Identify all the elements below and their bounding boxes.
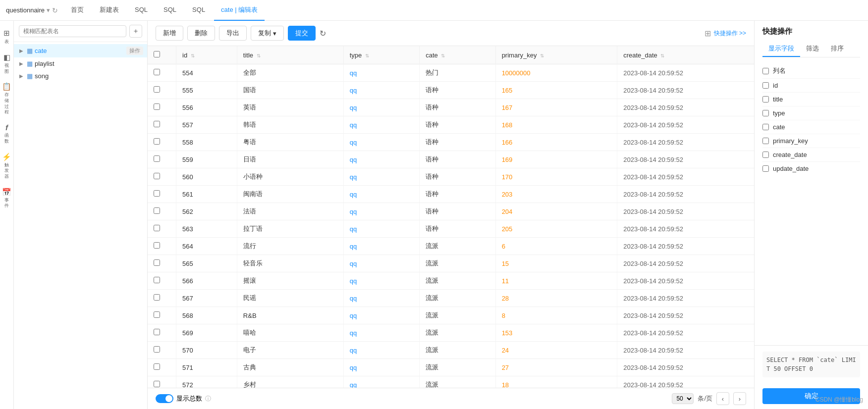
cell-type: qq [343,116,419,134]
cell-id: 556 [176,99,237,116]
row-checkbox[interactable] [154,259,160,266]
tab-show-fields[interactable]: 显示字段 [762,41,800,57]
cell-title: 韩语 [237,116,343,134]
field-checkbox-create_date[interactable] [762,152,769,158]
copy-button[interactable]: 复制 ▾ [251,26,284,41]
cell-cate: 语种 [420,151,495,168]
nav-item-procedure[interactable]: 📋 存储过程 [0,78,14,119]
tree-action-cate[interactable]: 操作 [126,47,143,55]
row-checkbox[interactable] [154,311,160,318]
export-button[interactable]: 导出 [219,26,247,41]
field-checkbox-col_name[interactable] [762,68,769,74]
row-checkbox[interactable] [154,86,160,93]
row-checkbox[interactable] [154,138,160,145]
add-table-button[interactable]: ＋ [129,25,142,38]
tab-sql-2[interactable]: SQL [157,0,183,21]
info-icon[interactable]: ⓘ [205,395,211,403]
next-page-button[interactable]: › [733,392,746,405]
field-item: id [762,79,860,93]
search-input[interactable] [19,25,126,37]
th-create-date[interactable]: create_date ⇅ [617,46,754,64]
rows-per-page-select[interactable]: 50 [672,393,694,404]
th-id[interactable]: id ⇅ [176,46,237,64]
row-checkbox[interactable] [154,155,160,162]
field-item: 列名 [762,63,860,79]
cell-create-date: 2023-08-14 20:59:52 [617,324,754,342]
sql-preview-text: SELECT * FROM `cate` LIMIT 50 OFFSET 0 [762,352,860,377]
table-row: 571 古典 qq 流派 27 2023-08-14 20:59:52 [148,359,754,376]
tab-home[interactable]: 首页 [64,0,91,21]
nav-item-view[interactable]: ◧ 视图 [0,49,14,78]
row-checkbox[interactable] [154,346,160,353]
field-checkbox-cate[interactable] [762,124,769,130]
row-checkbox[interactable] [154,121,160,127]
tree-item-cate[interactable]: ▶ ▦ cate 操作 [14,44,147,57]
tab-filter[interactable]: 筛选 [800,41,825,57]
cell-id: 565 [176,255,237,272]
th-title[interactable]: title ⇅ [237,46,343,64]
submit-button[interactable]: 提交 [288,26,316,41]
tree-item-song[interactable]: ▶ ▦ song [14,70,147,82]
nav-item-function[interactable]: f 函数 [0,119,14,148]
cell-create-date: 2023-08-14 20:59:52 [617,82,754,99]
field-checkbox-update_date[interactable] [762,165,769,172]
field-item: primary_key [762,134,860,148]
tab-sql-1[interactable]: SQL [128,0,155,21]
nav-item-trigger[interactable]: ⚡ 触发器 [0,149,14,184]
table-row: 559 日语 qq 语种 169 2023-08-14 20:59:52 [148,151,754,168]
quick-ops-button[interactable]: 快捷操作 >> [714,29,746,38]
row-checkbox[interactable] [154,225,160,231]
row-checkbox[interactable] [154,363,160,370]
row-checkbox[interactable] [154,242,160,249]
field-checkbox-id[interactable] [762,82,769,89]
row-checkbox[interactable] [154,190,160,197]
th-primary-key[interactable]: primary_key ⇅ [495,46,617,64]
nav-item-event[interactable]: 📅 事件 [0,184,14,213]
row-checkbox[interactable] [154,103,160,110]
field-item: create_date [762,148,860,162]
tab-sql-3[interactable]: SQL [185,0,212,21]
row-checkbox[interactable] [154,277,160,283]
dropdown-icon[interactable]: ▾ [47,6,50,14]
tab-new-table[interactable]: 新建表 [93,0,126,21]
row-checkbox[interactable] [154,294,160,301]
cell-cate: 流派 [420,324,495,342]
cell-title: 乡村 [237,376,343,388]
cell-title: 古典 [237,359,343,376]
cell-primary-key: 168 [495,116,617,134]
refresh-icon[interactable]: ↻ [52,6,58,14]
row-checkbox[interactable] [154,207,160,214]
new-button[interactable]: 新增 [156,26,183,41]
prev-page-button[interactable]: ‹ [716,392,729,405]
field-checkbox-type[interactable] [762,110,769,116]
toggle-switch[interactable] [156,394,173,403]
row-checkbox[interactable] [154,69,160,75]
nav-item-table[interactable]: ⊞ 表 [0,25,14,49]
th-type[interactable]: type ⇅ [343,46,419,64]
cell-title: R&B [237,307,343,324]
field-label-create_date: create_date [773,151,807,158]
field-label-cate: cate [773,123,785,131]
page-info: 50 条/页 ‹ › [672,392,746,405]
row-checkbox[interactable] [154,173,160,179]
cell-primary-key: 24 [495,342,617,359]
cell-primary-key: 15 [495,255,617,272]
cell-id: 559 [176,151,237,168]
cell-create-date: 2023-08-14 20:59:52 [617,255,754,272]
tab-sort[interactable]: 排序 [825,41,850,57]
th-cate[interactable]: cate ⇅ [420,46,495,64]
select-all-checkbox[interactable] [154,51,160,57]
table-row: 557 韩语 qq 语种 168 2023-08-14 20:59:52 [148,116,754,134]
field-checkbox-primary_key[interactable] [762,138,769,144]
row-checkbox[interactable] [154,381,160,387]
cell-type: qq [343,82,419,99]
cell-title: 民谣 [237,290,343,307]
refresh-table-icon[interactable]: ↻ [320,29,326,38]
tab-cate-edit[interactable]: cate | 编辑表 [214,0,265,21]
row-checkbox[interactable] [154,329,160,335]
field-checkbox-title[interactable] [762,96,769,102]
tree-item-playlist[interactable]: ▶ ▦ playlist [14,57,147,70]
field-item: cate [762,120,860,134]
delete-button[interactable]: 删除 [187,26,215,41]
cell-id: 570 [176,342,237,359]
